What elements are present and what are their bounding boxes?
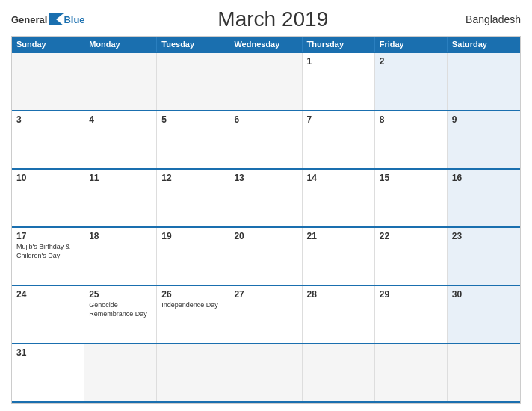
cell-w6-sat <box>448 344 520 401</box>
cell-mar13: 13 <box>229 170 302 226</box>
cell-w6-thu <box>303 344 375 401</box>
header-tuesday: Tuesday <box>157 37 229 52</box>
cell-mar21: 21 <box>303 228 375 285</box>
cell-mar15: 15 <box>375 170 448 226</box>
event-independence: Independence Day <box>161 301 224 310</box>
day-number: 15 <box>380 173 442 183</box>
logo-blue-text: Blue <box>64 14 84 25</box>
day-number: 27 <box>234 289 297 300</box>
day-number: 10 <box>16 173 79 183</box>
day-number: 19 <box>161 231 224 241</box>
cell-w1-extra <box>448 53 520 110</box>
page-header: General Blue March 2019 Bangladesh <box>11 7 521 31</box>
cell-mar23: 23 <box>448 228 520 285</box>
cell-mar11: 11 <box>84 170 157 226</box>
header-friday: Friday <box>375 37 448 52</box>
day-number: 23 <box>452 231 516 241</box>
day-number: 28 <box>307 289 370 300</box>
header-thursday: Thursday <box>303 37 375 52</box>
calendar-page: General Blue March 2019 Bangladesh Sunda… <box>0 0 532 411</box>
cell-mar27: 27 <box>229 286 302 343</box>
day-number: 17 <box>16 231 79 241</box>
cell-w6-tue <box>157 344 229 401</box>
event-genocide: GenocideRemembrance Day <box>89 301 152 318</box>
day-number: 22 <box>380 231 442 241</box>
calendar-header: Sunday Monday Tuesday Wednesday Thursday… <box>12 37 520 52</box>
day-number: 4 <box>89 114 152 125</box>
cell-mar9: 9 <box>448 111 520 168</box>
header-saturday: Saturday <box>448 37 520 52</box>
cell-mar30: 30 <box>448 286 520 343</box>
cell-mar6: 6 <box>229 111 302 168</box>
cell-mar20: 20 <box>229 228 302 285</box>
day-number: 8 <box>380 114 442 125</box>
cell-mar17: 17 Mujib's Birthday &Children's Day <box>12 228 84 285</box>
day-number: 13 <box>234 173 297 183</box>
day-number: 31 <box>16 347 79 358</box>
day-number: 30 <box>452 289 516 300</box>
day-number: 21 <box>307 231 370 241</box>
day-number: 24 <box>16 289 79 300</box>
cell-w6-fri <box>375 344 448 401</box>
cell-w1-mon <box>84 53 157 110</box>
week-3: 10 11 12 13 14 15 16 <box>12 168 520 226</box>
cell-mar26: 26 Independence Day <box>157 286 229 343</box>
day-number: 25 <box>89 289 152 300</box>
cell-mar4: 4 <box>84 111 157 168</box>
cell-w1-wed <box>229 53 302 110</box>
day-number: 9 <box>452 114 516 125</box>
cell-mar28: 28 <box>303 286 375 343</box>
header-sunday: Sunday <box>12 37 84 52</box>
day-number: 2 <box>380 56 442 67</box>
cell-mar14: 14 <box>303 170 375 226</box>
cell-w1-sun <box>12 53 84 110</box>
day-number: 6 <box>234 114 297 125</box>
day-number: 1 <box>307 56 370 67</box>
day-number: 29 <box>380 289 442 300</box>
cell-mar10: 10 <box>12 170 84 226</box>
day-number: 11 <box>89 173 152 183</box>
cell-w1-tue <box>157 53 229 110</box>
cell-mar5: 5 <box>157 111 229 168</box>
cell-w6-wed <box>229 344 302 401</box>
week-4: 17 Mujib's Birthday &Children's Day 18 1… <box>12 226 520 285</box>
week-1: 1 2 <box>12 52 520 110</box>
header-monday: Monday <box>84 37 157 52</box>
cell-mar25: 25 GenocideRemembrance Day <box>84 286 157 343</box>
header-wednesday: Wednesday <box>229 37 302 52</box>
day-number: 5 <box>161 114 224 125</box>
cell-mar3: 3 <box>12 111 84 168</box>
cell-mar8: 8 <box>375 111 448 168</box>
day-number: 3 <box>16 114 79 125</box>
week-2: 3 4 5 6 7 8 9 <box>12 110 520 168</box>
cell-mar19: 19 <box>157 228 229 285</box>
day-number: 26 <box>161 289 224 300</box>
day-number: 7 <box>307 114 370 125</box>
day-number: 14 <box>307 173 370 183</box>
cell-mar24: 24 <box>12 286 84 343</box>
cell-mar7: 7 <box>303 111 375 168</box>
logo: General Blue <box>11 13 85 25</box>
cell-mar22: 22 <box>375 228 448 285</box>
cell-mar2: 2 <box>375 53 448 110</box>
calendar-title: March 2019 <box>85 7 461 31</box>
cell-mar31: 31 <box>12 344 84 401</box>
logo-general-text: General <box>11 14 47 25</box>
day-number: 18 <box>89 231 152 241</box>
day-number: 20 <box>234 231 297 241</box>
cell-mar1: 1 <box>303 53 375 110</box>
country-label: Bangladesh <box>461 13 521 25</box>
cell-w6-mon <box>84 344 157 401</box>
svg-marker-0 <box>49 13 64 25</box>
week-5: 24 25 GenocideRemembrance Day 26 Indepen… <box>12 285 520 343</box>
logo-flag-icon <box>49 13 64 25</box>
week-6: 31 <box>12 343 520 403</box>
cell-mar18: 18 <box>84 228 157 285</box>
calendar-grid: Sunday Monday Tuesday Wednesday Thursday… <box>11 36 521 404</box>
cell-mar29: 29 <box>375 286 448 343</box>
cell-mar16: 16 <box>448 170 520 226</box>
event-mujib: Mujib's Birthday &Children's Day <box>16 243 79 260</box>
cell-mar12: 12 <box>157 170 229 226</box>
day-number: 12 <box>161 173 224 183</box>
day-number: 16 <box>452 173 516 183</box>
